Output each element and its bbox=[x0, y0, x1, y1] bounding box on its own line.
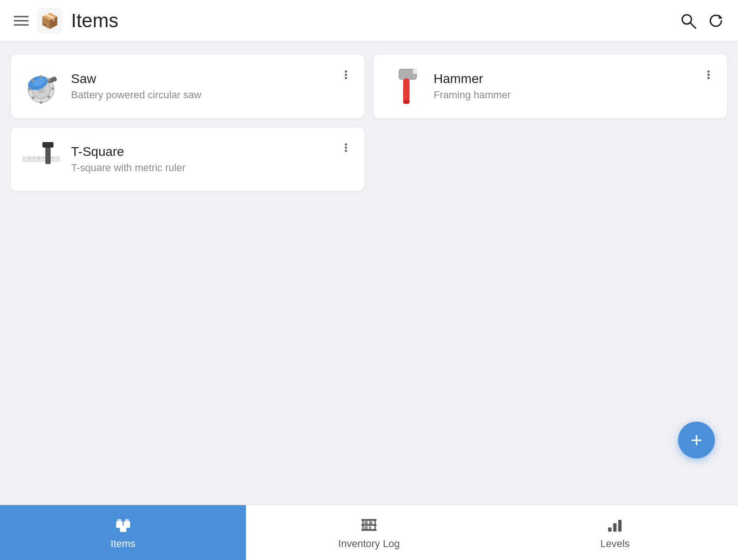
svg-rect-44 bbox=[117, 519, 121, 522]
tsquare-menu-button[interactable] bbox=[337, 138, 355, 159]
svg-point-21 bbox=[345, 77, 347, 79]
svg-point-39 bbox=[345, 147, 347, 149]
nav-levels[interactable]: Levels bbox=[492, 505, 738, 560]
svg-point-40 bbox=[345, 150, 347, 152]
hammer-menu-button[interactable] bbox=[699, 66, 718, 86]
saw-info: Saw Battery powered circular saw bbox=[71, 71, 327, 101]
svg-point-16 bbox=[32, 96, 35, 99]
nav-inventory-log-label: Inventory Log bbox=[338, 538, 399, 550]
inventory-log-nav-icon bbox=[360, 516, 378, 534]
items-nav-icon bbox=[114, 516, 132, 534]
svg-rect-29 bbox=[23, 157, 60, 161]
svg-rect-49 bbox=[362, 519, 363, 530]
hammer-desc: Framing hammer bbox=[434, 89, 690, 101]
svg-rect-56 bbox=[613, 523, 617, 531]
tsquare-name: T-Square bbox=[71, 144, 327, 159]
hammer-image bbox=[383, 66, 424, 107]
hammer-name: Hammer bbox=[434, 71, 690, 86]
svg-point-19 bbox=[345, 71, 347, 73]
svg-rect-53 bbox=[364, 526, 368, 529]
svg-rect-24 bbox=[403, 78, 410, 104]
svg-rect-50 bbox=[375, 519, 376, 530]
plus-icon: + bbox=[690, 430, 702, 450]
svg-point-28 bbox=[708, 77, 710, 79]
svg-point-20 bbox=[345, 74, 347, 76]
app-icon: 📦 bbox=[37, 8, 63, 34]
refresh-button[interactable] bbox=[708, 12, 724, 29]
tsquare-image bbox=[20, 138, 62, 180]
svg-point-13 bbox=[51, 87, 54, 90]
more-vert-icon bbox=[340, 69, 351, 80]
svg-rect-46 bbox=[362, 519, 377, 521]
svg-rect-45 bbox=[125, 519, 129, 522]
nav-items-label: Items bbox=[111, 538, 136, 550]
svg-rect-51 bbox=[364, 521, 368, 524]
items-grid: Saw Battery powered circular saw bbox=[11, 54, 727, 191]
svg-point-12 bbox=[48, 78, 51, 81]
header-left: 📦 Items bbox=[14, 8, 680, 34]
app-header: 📦 Items bbox=[0, 0, 738, 42]
svg-point-17 bbox=[28, 88, 31, 91]
svg-rect-43 bbox=[120, 525, 126, 531]
svg-point-27 bbox=[708, 74, 710, 76]
saw-icon bbox=[20, 66, 62, 107]
saw-menu-button[interactable] bbox=[337, 66, 355, 86]
svg-line-4 bbox=[690, 23, 696, 28]
svg-rect-57 bbox=[619, 520, 622, 531]
page-title: Items bbox=[71, 10, 119, 32]
add-item-fab[interactable]: + bbox=[678, 422, 715, 459]
more-vert-icon bbox=[703, 69, 714, 80]
levels-nav-icon bbox=[606, 516, 624, 534]
nav-levels-label: Levels bbox=[601, 538, 630, 550]
nav-items[interactable]: Items bbox=[0, 505, 246, 560]
hamburger-menu-button[interactable] bbox=[14, 15, 29, 26]
item-card-tsquare: T-Square T-square with metric ruler bbox=[11, 127, 364, 191]
search-icon bbox=[680, 12, 696, 29]
hamburger-icon bbox=[14, 15, 29, 26]
svg-point-11 bbox=[40, 75, 42, 78]
saw-desc: Battery powered circular saw bbox=[71, 89, 327, 101]
svg-rect-54 bbox=[369, 526, 371, 529]
svg-rect-23 bbox=[413, 69, 417, 74]
header-actions bbox=[680, 12, 724, 29]
svg-point-26 bbox=[708, 71, 710, 73]
svg-rect-52 bbox=[369, 521, 372, 524]
svg-rect-48 bbox=[362, 529, 377, 531]
svg-rect-55 bbox=[608, 527, 612, 531]
hammer-icon bbox=[383, 66, 424, 107]
tsquare-info: T-Square T-square with metric ruler bbox=[71, 144, 327, 174]
svg-rect-25 bbox=[403, 100, 410, 104]
svg-rect-47 bbox=[362, 524, 377, 526]
svg-rect-37 bbox=[42, 142, 54, 148]
saw-image bbox=[20, 66, 62, 107]
svg-point-38 bbox=[345, 143, 347, 146]
refresh-icon bbox=[708, 12, 724, 29]
svg-point-18 bbox=[31, 79, 34, 82]
nav-inventory-log[interactable]: Inventory Log bbox=[246, 505, 492, 560]
bottom-navigation: Items Inventory Log Levels bbox=[0, 505, 738, 560]
item-card-hammer: Hammer Framing hammer bbox=[374, 54, 727, 118]
svg-point-14 bbox=[48, 95, 50, 98]
tsquare-desc: T-square with metric ruler bbox=[71, 162, 327, 174]
more-vert-icon bbox=[340, 142, 351, 153]
search-button[interactable] bbox=[680, 12, 696, 29]
saw-name: Saw bbox=[71, 71, 327, 86]
tsquare-icon bbox=[20, 138, 62, 180]
svg-point-15 bbox=[40, 101, 42, 104]
main-content: Saw Battery powered circular saw bbox=[0, 42, 738, 505]
item-card-saw: Saw Battery powered circular saw bbox=[11, 54, 364, 118]
hammer-info: Hammer Framing hammer bbox=[434, 71, 690, 101]
